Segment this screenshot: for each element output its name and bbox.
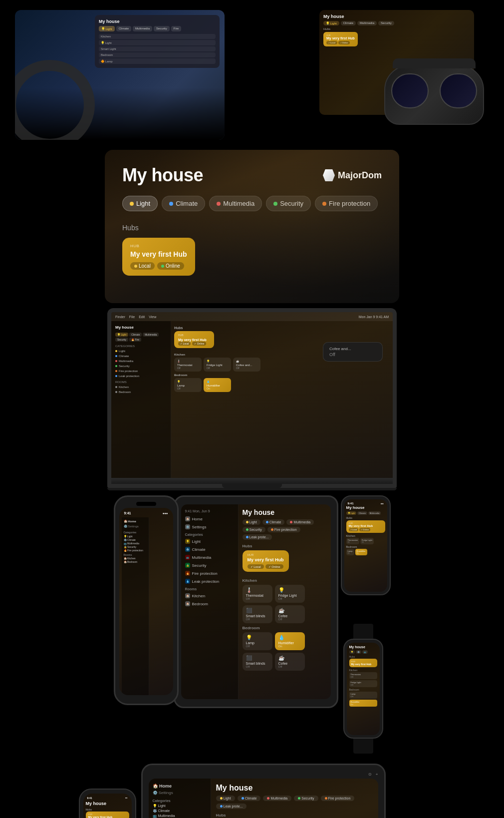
bottom-ipad-tab-leak[interactable]: Leak prote... [216,804,247,809]
mac-tab-light[interactable]: 💡 Light [115,333,128,337]
vision-tab-light[interactable]: 💡 Light [323,21,339,25]
vision-tab-climate[interactable]: Climate [341,21,356,25]
mac-device-lamp[interactable]: 💡 Lamp Off [174,378,202,392]
hub-card[interactable]: HUB My very first Hub Local Online [122,238,195,276]
ipad-dev-coffee-b[interactable]: ☕ Cofee Off [275,653,305,671]
bottom-ipad-sidebar-settings[interactable]: ⚙️ Settings [153,791,207,795]
vision-tab-security[interactable]: Security [378,21,394,25]
mac-nav-bedroom[interactable]: Bedroom [115,390,167,395]
watch-hub-card[interactable]: HUB My very first Hub [349,659,377,667]
watch-dev-lamp[interactable]: Lamp Off [349,692,377,699]
bottom-ipad-tab-multimedia[interactable]: Multimedia [263,796,291,801]
ipad-tab-security[interactable]: Security [243,527,265,532]
iphone-right-dev-thermostat[interactable]: Thermostat Off [346,538,359,544]
mac-nav-fire[interactable]: Fire protection [115,369,167,374]
watch-tab-light[interactable]: 💡 [349,650,355,654]
ipad-tab-light[interactable]: Light [243,519,260,525]
ipad-dev-blinds-b[interactable]: ⬛ Smart blinds Off [243,653,272,671]
bottom-ipad-plus-btn[interactable]: + [376,772,378,777]
bottom-ipad-tab-light[interactable]: Light [216,796,235,801]
car-tab-security[interactable]: Security [154,26,170,31]
iphone-left-nav-home[interactable]: 🏠 Home [124,519,147,523]
iphone-right-dev-humidifier[interactable]: Humidifier On [355,549,367,555]
bottom-ipad-cat-multimedia[interactable]: 📺 Multimedia [153,814,207,818]
mac-device-fridge[interactable]: 💡 Fridge Light Off [204,358,231,372]
ipad-cat-light[interactable]: 💡 Light [185,537,234,545]
ipad-tab-multimedia[interactable]: Multimedia [286,519,314,525]
watch-dev-fridge[interactable]: Fridge Light Off [349,680,377,687]
mac-nav-multimedia[interactable]: Multimedia [115,359,167,364]
iphone-left-cat-multimedia[interactable]: 📺 Multimedia [124,542,147,545]
iphone-right-dev-fridge[interactable]: Fridge Light Off [360,538,374,544]
iphone-left-room-kitchen[interactable]: 🏠 Kitchen [124,557,147,560]
bottom-ipad-tab-climate[interactable]: Climate [238,796,261,801]
iphone-left-nav-settings[interactable]: ⚙️ Settings [124,524,147,528]
iphone-left-cat-climate[interactable]: ❄️ Climate [124,538,147,541]
ipad-nav-home[interactable]: 🏠 Home [185,515,234,523]
ipad-cat-security[interactable]: 🔒 Security [185,561,234,569]
mac-device-thermostat[interactable]: 🌡️ Thermostat Off [174,358,202,372]
ipad-hub-card[interactable]: HUB My very first Hub ✓ Local ✓ Online [243,550,289,572]
ipad-cat-climate[interactable]: ❄️ Climate [185,545,234,553]
watch-tab-climate[interactable]: ❄️ [356,650,361,654]
ipad-dev-coffee-k[interactable]: ☕ Cofee Off [275,605,305,623]
mac-nav-kitchen[interactable]: Kitchen [115,385,167,390]
iphone-left-cat-fire[interactable]: 🔥 Fire protection [124,549,147,552]
main-tab-multimedia[interactable]: Multimedia [209,196,262,211]
watch-dev-humidifier[interactable]: Humidifier On [349,700,377,707]
car-tab-light[interactable]: 💡 Light [99,26,115,31]
bottom-iphone-hub-card[interactable]: HUB My very first Hub [86,812,129,818]
iphone-left-cat-light[interactable]: 💡 Light [124,535,147,538]
ipad-dev-fridge[interactable]: 💡 Fridge Light Off [275,585,305,603]
ipad-cat-fire[interactable]: 🔥 Fire protection [185,569,234,577]
bottom-ipad-sidebar-home[interactable]: 🏠 Home [153,784,207,789]
mac-nav-leak[interactable]: Leak protection [115,374,167,379]
iphone-left-room-bedroom[interactable]: 🏠 Bedroom [124,560,147,563]
iphone-right-tab-light[interactable]: 💡 Light [346,511,357,515]
ipad-dev-humidifier[interactable]: 💧 Humidifier On [275,632,305,650]
ipad-cat-leak[interactable]: 💧 Leak protection [185,577,234,585]
ipad-room-bedroom[interactable]: 🏠 Bedroom [185,600,234,608]
iphone-right-tab-climate[interactable]: Climate [357,511,367,515]
bottom-ipad-tab-security[interactable]: Security [294,796,318,801]
mac-nav-climate[interactable]: Climate [115,354,167,359]
vision-tab-multimedia[interactable]: Multimedia [357,21,377,25]
mac-tab-security[interactable]: Security [115,338,128,342]
ipad-cat-multimedia[interactable]: 📺 Multimedia [185,553,234,561]
main-tab-light[interactable]: Light [122,196,158,211]
mac-device-humidifier[interactable]: 💧 Humidifier On [204,378,231,392]
ipad-nav-settings[interactable]: ⚙️ Settings [185,523,234,531]
iphone-left-cat-security[interactable]: 🔒 Security [124,545,147,548]
ipad-room-kitchen[interactable]: 🏠 Kitchen [185,592,234,600]
car-tab-multimedia[interactable]: Multimedia [133,26,152,31]
mac-tab-fire[interactable]: 🔥 Fire [129,338,141,342]
iphone-right-hub-card[interactable]: HUB My very first Hub ✓ Local ✓ Online [346,520,385,533]
ipad-tab-climate[interactable]: Climate [262,519,285,525]
ipad-dev-lamp[interactable]: 💡 Lamp Off [243,632,272,650]
ipad-dev-blinds-k[interactable]: ⬛ Smart blinds Off [243,605,272,623]
iphone-right-tab-multimedia[interactable]: Multimedia [368,511,381,515]
bottom-ipad-cat-climate[interactable]: ❄️ Climate [153,809,207,813]
bottom-iphone-status: 9:41 ●● [86,796,129,800]
ipad-tab-leak[interactable]: Leak prote... [243,534,272,540]
car-tab-climate[interactable]: Climate [116,26,131,31]
mac-tab-climate[interactable]: Climate [129,333,142,337]
mac-nav-light[interactable]: Light [115,349,167,354]
main-tab-security[interactable]: Security [266,196,311,211]
car-tab-fire[interactable]: Fire [171,26,181,31]
bottom-ipad-cat-light[interactable]: 💡 Light [153,804,207,808]
ipad-dev-humidifier-icon: 💧 [278,635,301,640]
mac-device-coffee[interactable]: ☕ Cofee and... Off [233,358,260,372]
iphone-right-dev-lamp[interactable]: Lamp Off [346,549,354,555]
mac-tab-multimedia[interactable]: Multimedia [143,333,159,337]
main-tab-climate[interactable]: Climate [162,196,205,211]
main-tab-fire[interactable]: Fire protection [315,196,378,211]
ipad-tab-fire[interactable]: Fire protection [267,527,300,532]
watch-dev-thermostat[interactable]: Thermostat Off [349,672,377,679]
mac-hub-card[interactable]: HUB My very first Hub ✓ Local ✓ Online [174,331,214,348]
ipad-dev-thermostat[interactable]: 🌡️ Thermostat Off [243,585,272,603]
watch-tab-multimedia[interactable]: 📺 [362,650,368,654]
bottom-ipad-circle-btn[interactable]: ⊙ [368,772,372,777]
mac-nav-security[interactable]: Security [115,364,167,369]
bottom-ipad-tab-fire[interactable]: Fire protection [321,796,355,801]
